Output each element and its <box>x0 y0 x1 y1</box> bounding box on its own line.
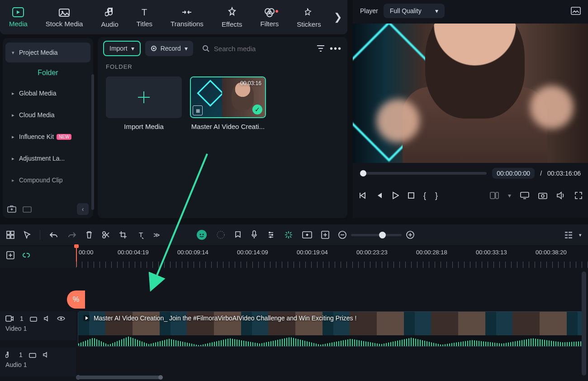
zoom-out-icon[interactable] <box>338 231 346 239</box>
zoom-handle[interactable] <box>379 232 386 238</box>
clip-title: Master AI Video Creation_ Join the #Film… <box>94 314 356 322</box>
tab-filters[interactable]: Filters <box>251 0 288 34</box>
sidebar-item-influence-kit[interactable]: ▸Influence KitNEW <box>5 127 90 147</box>
more-icon[interactable]: ••• <box>330 43 342 54</box>
quality-dropdown[interactable]: Full Quality ▾ <box>384 4 445 18</box>
chevron-down-icon[interactable]: ▾ <box>508 192 511 199</box>
visibility-icon[interactable] <box>57 316 65 321</box>
more-tools-icon[interactable]: ≫ <box>153 231 160 238</box>
split-icon[interactable] <box>102 231 110 239</box>
tab-label: Stock Media <box>46 20 83 28</box>
cursor-icon[interactable] <box>24 231 31 239</box>
track-name: Audio 1 <box>5 361 71 368</box>
track-header-audio[interactable]: 1 Audio 1 <box>0 348 76 376</box>
scrubber-handle[interactable] <box>360 170 366 176</box>
delete-icon[interactable] <box>85 231 93 239</box>
import-media-card[interactable]: Import Media <box>106 76 182 130</box>
tab-transitions[interactable]: Transitions <box>161 0 213 34</box>
record-button[interactable]: Record ▾ <box>145 41 193 56</box>
scrollbar-thumb[interactable] <box>76 376 162 379</box>
mute-icon[interactable] <box>43 315 51 322</box>
prev-frame-icon[interactable] <box>358 192 366 199</box>
keyframe-panel-icon[interactable] <box>302 231 312 238</box>
tab-media[interactable]: Media <box>0 0 37 34</box>
add-track-icon[interactable] <box>6 251 14 259</box>
mic-icon[interactable] <box>251 230 258 239</box>
player-current-time: 00:00:00:00 <box>492 168 535 179</box>
folder-icon[interactable] <box>23 205 32 213</box>
track-header-video[interactable]: 1 Video 1 <box>0 311 76 340</box>
marker-icon[interactable] <box>234 231 242 239</box>
svg-point-30 <box>217 231 224 238</box>
mark-out-icon[interactable]: } <box>435 191 438 200</box>
filter-icon[interactable] <box>316 44 325 52</box>
thumb-caption: Master AI Video Creati... <box>190 123 266 130</box>
sidebar-item-global-media[interactable]: ▸Global Media <box>5 83 90 103</box>
add-keyframe-icon[interactable] <box>321 231 329 239</box>
redo-icon[interactable] <box>67 232 76 238</box>
fullscreen-icon[interactable] <box>574 191 583 200</box>
clip-view-icon[interactable] <box>490 192 499 199</box>
ruler-tick: 00:00:14:09 <box>237 249 268 256</box>
link-icon[interactable] <box>22 251 31 259</box>
svg-point-32 <box>269 232 270 233</box>
mixer-icon[interactable] <box>267 231 275 239</box>
player-preview[interactable] <box>353 24 588 163</box>
search-icon <box>202 45 209 52</box>
chevron-down-icon[interactable]: ▾ <box>579 232 582 238</box>
timeline-ruler[interactable]: 00:00 00:00:04:19 00:00:09:14 00:00:14:0… <box>76 246 588 268</box>
step-back-icon[interactable] <box>375 192 383 199</box>
snapshot-compare-icon[interactable] <box>571 7 581 15</box>
clip-type-icon: ▦ <box>193 105 203 115</box>
timeline-hscrollbar[interactable] <box>76 376 588 380</box>
mute-icon[interactable] <box>43 352 50 358</box>
playhead-pin-icon[interactable]: % <box>67 291 85 309</box>
tabs-more-button[interactable]: ❯ <box>330 0 346 34</box>
search-input[interactable] <box>214 45 307 52</box>
media-clip-card[interactable]: 00:03:16 ▦ ✓ Master AI Video Creati... <box>190 76 266 130</box>
sidebar-scrollbar[interactable] <box>91 74 94 210</box>
search-media[interactable] <box>198 41 312 56</box>
mark-in-icon[interactable]: { <box>423 191 426 200</box>
crop-icon[interactable] <box>119 231 127 239</box>
tab-effects[interactable]: Effects <box>213 0 251 34</box>
undo-icon[interactable] <box>49 232 58 238</box>
camera-icon[interactable] <box>538 192 547 199</box>
timeline-clip[interactable]: Master AI Video Creation_ Join the #Film… <box>78 311 583 347</box>
collapse-sidebar-button[interactable]: ‹ <box>77 203 89 215</box>
sidebar-item-compound-clip[interactable]: ▸Compound Clip <box>5 170 90 190</box>
folder-icon[interactable] <box>29 352 36 358</box>
import-button[interactable]: Import ▾ <box>103 41 141 56</box>
volume-icon[interactable] <box>556 191 565 200</box>
scrubber-track[interactable] <box>360 172 487 175</box>
svg-rect-44 <box>569 234 572 236</box>
text-tool-icon[interactable]: T <box>136 231 144 239</box>
import-media-box[interactable] <box>106 76 182 118</box>
media-panel: Import ▾ Record ▾ ••• FOLDER Import Medi… <box>98 37 347 218</box>
tab-audio[interactable]: Audio <box>92 0 127 34</box>
layout-icon[interactable] <box>6 231 14 239</box>
svg-point-24 <box>103 232 105 234</box>
tab-stock-media[interactable]: Stock Media <box>37 0 92 34</box>
color-wheel-icon[interactable] <box>216 230 225 239</box>
media-clip-thumb[interactable]: 00:03:16 ▦ ✓ <box>190 76 266 118</box>
track-view-icon[interactable] <box>564 231 573 239</box>
svg-point-34 <box>270 236 271 238</box>
sidebar-item-cloud-media[interactable]: ▸Cloud Media <box>5 105 90 125</box>
zoom-slider[interactable] <box>351 234 402 236</box>
stop-icon[interactable] <box>408 192 414 199</box>
tab-titles[interactable]: T Titles <box>128 0 161 34</box>
scrollbar-handle-right[interactable] <box>158 375 163 380</box>
zoom-in-icon[interactable] <box>406 231 414 239</box>
render-icon[interactable] <box>284 230 293 239</box>
timeline-vscrollbar[interactable] <box>582 271 586 376</box>
sidebar-item-adjustment-layer[interactable]: ▸Adjustment La... <box>5 148 90 168</box>
new-folder-icon[interactable] <box>7 205 16 213</box>
tab-stickers[interactable]: Stickers <box>288 0 330 34</box>
sidebar-folder-label[interactable]: Folder <box>5 64 90 81</box>
sidebar-item-project-media[interactable]: ▾ Project Media <box>5 43 90 62</box>
play-icon[interactable] <box>392 191 399 200</box>
folder-icon[interactable] <box>30 316 37 322</box>
ai-assistant-icon[interactable] <box>196 229 207 240</box>
display-icon[interactable] <box>520 192 529 199</box>
